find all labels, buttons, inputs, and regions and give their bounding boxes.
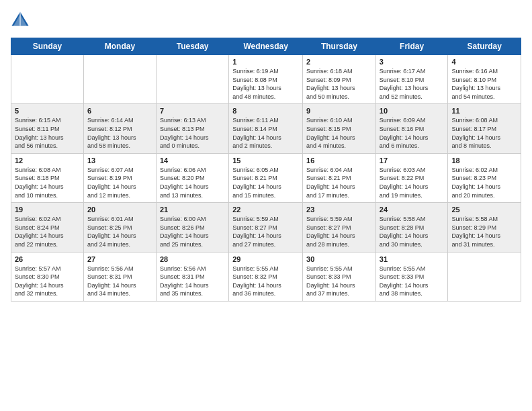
- day-number: 18: [451, 156, 517, 165]
- cell-content: Sunrise: 5:57 AM Sunset: 8:30 PM Dayligh…: [15, 265, 80, 298]
- calendar-week-row: 19Sunrise: 6:02 AM Sunset: 8:24 PM Dayli…: [11, 203, 521, 252]
- cell-content: Sunrise: 6:15 AM Sunset: 8:11 PM Dayligh…: [15, 116, 80, 150]
- day-number: 2: [306, 58, 372, 66]
- calendar-cell: [448, 252, 521, 301]
- calendar-cell: 18Sunrise: 6:02 AM Sunset: 8:23 PM Dayli…: [448, 153, 521, 202]
- day-number: 17: [380, 156, 445, 165]
- calendar-cell: 22Sunrise: 5:59 AM Sunset: 8:27 PM Dayli…: [229, 203, 303, 252]
- cell-content: Sunrise: 6:10 AM Sunset: 8:15 PM Dayligh…: [306, 116, 372, 150]
- cell-content: Sunrise: 6:14 AM Sunset: 8:12 PM Dayligh…: [87, 116, 152, 150]
- calendar-cell: 17Sunrise: 6:03 AM Sunset: 8:22 PM Dayli…: [375, 153, 448, 202]
- cell-content: Sunrise: 6:17 AM Sunset: 8:10 PM Dayligh…: [380, 67, 445, 101]
- cell-content: Sunrise: 5:56 AM Sunset: 8:31 PM Dayligh…: [87, 265, 152, 298]
- cell-content: Sunrise: 6:04 AM Sunset: 8:21 PM Dayligh…: [306, 166, 372, 199]
- cell-content: Sunrise: 6:05 AM Sunset: 8:21 PM Dayligh…: [232, 166, 299, 199]
- calendar-cell: 26Sunrise: 5:57 AM Sunset: 8:30 PM Dayli…: [11, 252, 84, 301]
- cell-content: Sunrise: 5:59 AM Sunset: 8:27 PM Dayligh…: [306, 215, 372, 248]
- day-number: 22: [232, 205, 299, 214]
- calendar-cell: 15Sunrise: 6:05 AM Sunset: 8:21 PM Dayli…: [229, 153, 303, 202]
- calendar-cell: 27Sunrise: 5:56 AM Sunset: 8:31 PM Dayli…: [83, 252, 156, 301]
- day-header: Friday: [375, 38, 448, 55]
- calendar-header-row: SundayMondayTuesdayWednesdayThursdayFrid…: [11, 38, 521, 55]
- calendar-cell: 29Sunrise: 5:55 AM Sunset: 8:32 PM Dayli…: [229, 252, 303, 301]
- cell-content: Sunrise: 6:13 AM Sunset: 8:13 PM Dayligh…: [160, 116, 225, 150]
- logo-icon: [11, 11, 30, 30]
- day-number: 4: [451, 58, 517, 66]
- day-number: 9: [306, 107, 372, 115]
- cell-content: Sunrise: 6:00 AM Sunset: 8:26 PM Dayligh…: [160, 215, 225, 248]
- calendar-cell: 2Sunrise: 6:18 AM Sunset: 8:09 PM Daylig…: [303, 55, 376, 104]
- calendar-cell: 19Sunrise: 6:02 AM Sunset: 8:24 PM Dayli…: [11, 203, 84, 252]
- day-number: 19: [15, 205, 80, 214]
- cell-content: Sunrise: 5:59 AM Sunset: 8:27 PM Dayligh…: [232, 215, 299, 248]
- header: [11, 11, 521, 30]
- day-number: 7: [160, 107, 225, 115]
- calendar-week-row: 1Sunrise: 6:19 AM Sunset: 8:08 PM Daylig…: [11, 55, 521, 104]
- cell-content: Sunrise: 6:02 AM Sunset: 8:23 PM Dayligh…: [451, 166, 517, 199]
- cell-content: Sunrise: 5:58 AM Sunset: 8:28 PM Dayligh…: [380, 215, 445, 248]
- day-number: 31: [380, 255, 445, 263]
- calendar-cell: 6Sunrise: 6:14 AM Sunset: 8:12 PM Daylig…: [83, 104, 156, 153]
- cell-content: Sunrise: 6:08 AM Sunset: 8:17 PM Dayligh…: [451, 116, 517, 150]
- day-number: 29: [232, 255, 299, 263]
- day-number: 6: [87, 107, 152, 115]
- cell-content: Sunrise: 5:58 AM Sunset: 8:29 PM Dayligh…: [451, 215, 517, 248]
- cell-content: Sunrise: 6:08 AM Sunset: 8:18 PM Dayligh…: [15, 166, 80, 199]
- day-number: 11: [451, 107, 517, 115]
- day-header: Sunday: [11, 38, 84, 55]
- day-number: 27: [87, 255, 152, 263]
- day-number: 15: [232, 156, 299, 165]
- day-number: 14: [160, 156, 225, 165]
- day-number: 21: [160, 205, 225, 214]
- calendar-cell: 13Sunrise: 6:07 AM Sunset: 8:19 PM Dayli…: [83, 153, 156, 202]
- calendar-cell: 3Sunrise: 6:17 AM Sunset: 8:10 PM Daylig…: [375, 55, 448, 104]
- cell-content: Sunrise: 6:19 AM Sunset: 8:08 PM Dayligh…: [232, 67, 299, 101]
- day-number: 5: [15, 107, 80, 115]
- calendar-cell: 24Sunrise: 5:58 AM Sunset: 8:28 PM Dayli…: [375, 203, 448, 252]
- day-header: Saturday: [448, 38, 521, 55]
- day-number: 20: [87, 205, 152, 214]
- day-header: Wednesday: [229, 38, 303, 55]
- day-number: 8: [232, 107, 299, 115]
- cell-content: Sunrise: 6:16 AM Sunset: 8:10 PM Dayligh…: [451, 67, 517, 101]
- calendar-cell: 4Sunrise: 6:16 AM Sunset: 8:10 PM Daylig…: [448, 55, 521, 104]
- calendar-cell: 31Sunrise: 5:55 AM Sunset: 8:33 PM Dayli…: [375, 252, 448, 301]
- cell-content: Sunrise: 5:55 AM Sunset: 8:32 PM Dayligh…: [232, 265, 299, 298]
- day-number: 13: [87, 156, 152, 165]
- calendar-cell: 1Sunrise: 6:19 AM Sunset: 8:08 PM Daylig…: [229, 55, 303, 104]
- calendar-cell: 11Sunrise: 6:08 AM Sunset: 8:17 PM Dayli…: [448, 104, 521, 153]
- day-number: 1: [232, 58, 299, 66]
- calendar-cell: 5Sunrise: 6:15 AM Sunset: 8:11 PM Daylig…: [11, 104, 84, 153]
- calendar-week-row: 12Sunrise: 6:08 AM Sunset: 8:18 PM Dayli…: [11, 153, 521, 202]
- calendar-cell: 10Sunrise: 6:09 AM Sunset: 8:16 PM Dayli…: [375, 104, 448, 153]
- cell-content: Sunrise: 6:07 AM Sunset: 8:19 PM Dayligh…: [87, 166, 152, 199]
- day-number: 10: [380, 107, 445, 115]
- calendar-cell: 8Sunrise: 6:11 AM Sunset: 8:14 PM Daylig…: [229, 104, 303, 153]
- calendar-cell: 28Sunrise: 5:56 AM Sunset: 8:31 PM Dayli…: [156, 252, 228, 301]
- day-number: 25: [451, 205, 517, 214]
- cell-content: Sunrise: 6:11 AM Sunset: 8:14 PM Dayligh…: [232, 116, 299, 150]
- cell-content: Sunrise: 6:09 AM Sunset: 8:16 PM Dayligh…: [380, 116, 445, 150]
- calendar-cell: 20Sunrise: 6:01 AM Sunset: 8:25 PM Dayli…: [83, 203, 156, 252]
- cell-content: Sunrise: 5:56 AM Sunset: 8:31 PM Dayligh…: [160, 265, 225, 298]
- calendar-cell: 30Sunrise: 5:55 AM Sunset: 8:33 PM Dayli…: [303, 252, 376, 301]
- calendar-cell: [11, 55, 84, 104]
- cell-content: Sunrise: 6:18 AM Sunset: 8:09 PM Dayligh…: [306, 67, 372, 101]
- cell-content: Sunrise: 5:55 AM Sunset: 8:33 PM Dayligh…: [306, 265, 372, 298]
- day-number: 28: [160, 255, 225, 263]
- day-number: 23: [306, 205, 372, 214]
- calendar-cell: 16Sunrise: 6:04 AM Sunset: 8:21 PM Dayli…: [303, 153, 376, 202]
- cell-content: Sunrise: 5:55 AM Sunset: 8:33 PM Dayligh…: [380, 265, 445, 298]
- calendar-cell: [156, 55, 228, 104]
- calendar-week-row: 26Sunrise: 5:57 AM Sunset: 8:30 PM Dayli…: [11, 252, 521, 301]
- day-number: 24: [380, 205, 445, 214]
- calendar-cell: 12Sunrise: 6:08 AM Sunset: 8:18 PM Dayli…: [11, 153, 84, 202]
- day-number: 3: [380, 58, 445, 66]
- calendar-cell: 25Sunrise: 5:58 AM Sunset: 8:29 PM Dayli…: [448, 203, 521, 252]
- logo: [11, 11, 32, 30]
- page: SundayMondayTuesdayWednesdayThursdayFrid…: [0, 0, 532, 411]
- day-header: Tuesday: [156, 38, 228, 55]
- calendar-cell: 14Sunrise: 6:06 AM Sunset: 8:20 PM Dayli…: [156, 153, 228, 202]
- day-number: 26: [15, 255, 80, 263]
- calendar-table: SundayMondayTuesdayWednesdayThursdayFrid…: [11, 38, 521, 302]
